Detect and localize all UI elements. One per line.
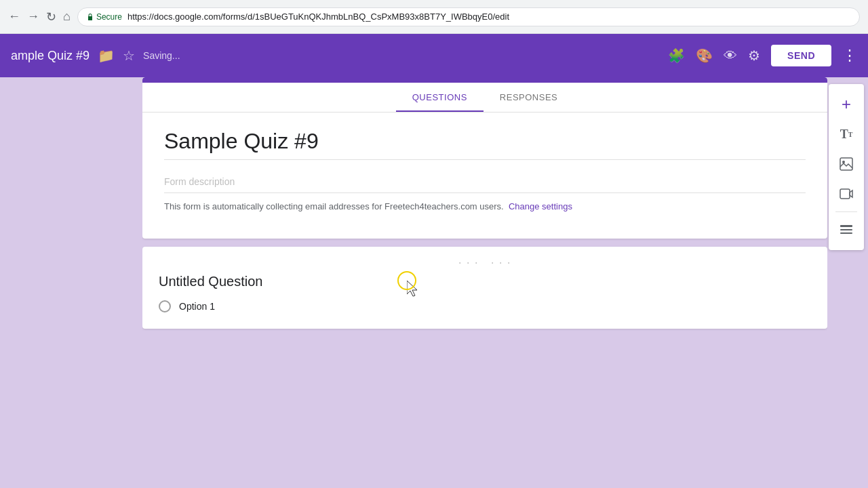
form-description[interactable]: Form description (164, 171, 806, 193)
star-icon[interactable]: ☆ (123, 47, 135, 64)
email-notice: This form is automatically collecting em… (164, 201, 806, 211)
question-card: ⋅ ⋅ ⋅ ⋅ ⋅ ⋅ Untitled Question Option 1 (142, 247, 827, 329)
tab-responses[interactable]: RESPONSES (484, 83, 574, 112)
refresh-icon[interactable]: ↻ (46, 9, 56, 24)
add-image-button[interactable] (831, 149, 861, 179)
svg-rect-4 (840, 225, 852, 227)
cursor-area (407, 281, 420, 300)
toolbar-divider (835, 211, 857, 212)
header-right: 🧩 🎨 👁 ⚙ SEND ⋮ (668, 45, 857, 66)
center-area: QUESTIONS RESPONSES Sample Quiz #9 Form … (142, 77, 827, 488)
left-spacer (0, 77, 142, 488)
send-button[interactable]: SEND (771, 45, 831, 66)
svg-rect-3 (840, 189, 850, 199)
drag-handle[interactable]: ⋅ ⋅ ⋅ ⋅ ⋅ ⋅ (159, 258, 811, 268)
form-header-content: Sample Quiz #9 Form description This for… (142, 113, 827, 239)
tab-questions[interactable]: QUESTIONS (396, 83, 484, 112)
question-title[interactable]: Untitled Question (159, 274, 811, 289)
forward-icon[interactable]: → (27, 9, 39, 24)
add-title-button[interactable]: TT (831, 119, 861, 149)
settings-icon[interactable]: ⚙ (748, 47, 760, 64)
app-header: ample Quiz #9 📁 ☆ Saving... 🧩 🎨 👁 ⚙ SEND… (0, 34, 868, 77)
svg-rect-5 (840, 229, 852, 230)
right-toolbar: + TT (829, 84, 864, 250)
browser-bar: ← → ↻ ⌂ Secure https://docs.google.com/f… (0, 0, 868, 34)
folder-icon[interactable]: 📁 (98, 47, 115, 64)
svg-rect-1 (840, 158, 852, 170)
tabs-bar: QUESTIONS RESPONSES (142, 83, 827, 113)
form-title-card: QUESTIONS RESPONSES Sample Quiz #9 Form … (142, 77, 827, 239)
secure-indicator: Secure (86, 12, 122, 22)
add-section-button[interactable] (831, 215, 861, 245)
eye-icon[interactable]: 👁 (724, 48, 737, 64)
app-title: ample Quiz #9 (11, 49, 90, 63)
cursor-icon (407, 281, 420, 297)
back-icon[interactable]: ← (8, 9, 20, 24)
content-wrapper: QUESTIONS RESPONSES Sample Quiz #9 Form … (0, 77, 868, 488)
change-settings-link[interactable]: Change settings (509, 201, 572, 211)
option-1-text: Option 1 (179, 301, 215, 312)
svg-rect-6 (840, 232, 852, 234)
title-card-accent (142, 77, 827, 83)
more-icon[interactable]: ⋮ (842, 47, 857, 64)
url-bar[interactable]: Secure https://docs.google.com/forms/d/1… (77, 7, 860, 26)
svg-marker-0 (407, 281, 417, 296)
url-text: https://docs.google.com/forms/d/1sBUeGTu… (127, 12, 509, 22)
toolbar-wrapper: + TT (827, 77, 868, 488)
puzzle-icon[interactable]: 🧩 (668, 47, 685, 64)
form-title[interactable]: Sample Quiz #9 (164, 129, 806, 160)
add-video-button[interactable] (831, 179, 861, 209)
palette-icon[interactable]: 🎨 (696, 47, 713, 64)
main-area: QUESTIONS RESPONSES Sample Quiz #9 Form … (0, 77, 868, 488)
option-row: Option 1 (159, 300, 811, 312)
saving-status: Saving... (143, 50, 660, 61)
radio-option-1[interactable] (159, 300, 171, 312)
home-icon[interactable]: ⌂ (63, 9, 71, 24)
add-question-button[interactable]: + (831, 89, 861, 119)
